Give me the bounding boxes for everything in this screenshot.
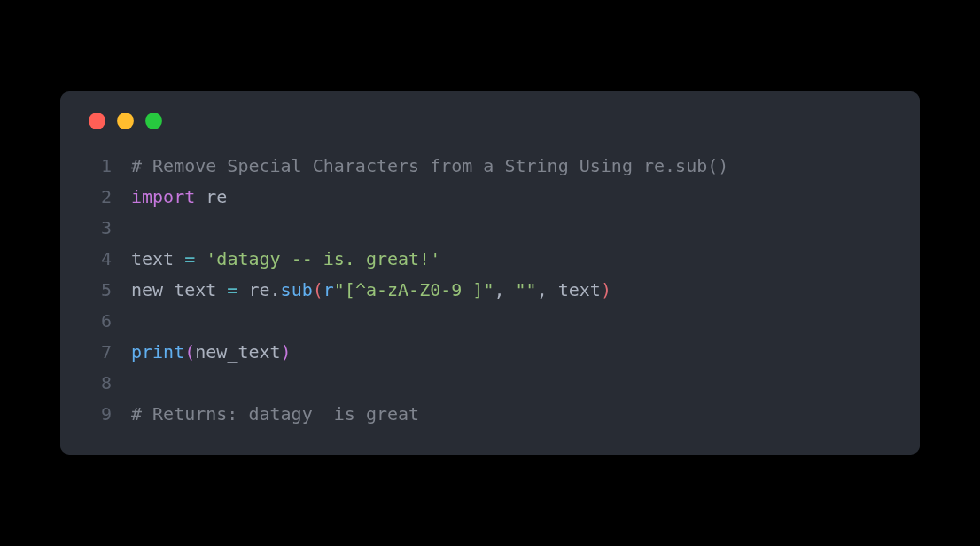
line-number: 5 bbox=[85, 275, 112, 306]
operator-token: = bbox=[216, 279, 248, 300]
line-number: 1 bbox=[85, 151, 112, 182]
raw-prefix-token: r bbox=[323, 279, 334, 300]
line-number: 8 bbox=[85, 368, 112, 399]
line-number: 7 bbox=[85, 337, 112, 368]
code-line: 1 # Remove Special Characters from a Str… bbox=[85, 151, 895, 182]
code-window: 1 # Remove Special Characters from a Str… bbox=[60, 91, 920, 455]
code-line: 4 text = 'datagy -- is. great!' bbox=[85, 244, 895, 275]
line-number: 4 bbox=[85, 244, 112, 275]
line-number: 9 bbox=[85, 399, 112, 430]
comment-token: # Returns: datagy is great bbox=[131, 403, 419, 425]
punct-token: , bbox=[494, 279, 515, 300]
function-token: sub bbox=[281, 279, 313, 300]
code-line: 5 new_text = re.sub(r"[^a-zA-Z0-9 ]", ""… bbox=[85, 275, 895, 306]
variable-token: text bbox=[131, 248, 174, 269]
punct-token: ) bbox=[281, 341, 292, 363]
module-token: re bbox=[195, 186, 227, 207]
code-line: 2 import re bbox=[85, 182, 895, 213]
code-line: 3 bbox=[85, 213, 895, 244]
punct-token: , bbox=[537, 279, 558, 300]
line-number: 6 bbox=[85, 306, 112, 337]
punct-token: ( bbox=[184, 341, 195, 363]
string-token: 'datagy -- is. great!' bbox=[206, 248, 440, 269]
module-token: re bbox=[248, 279, 269, 300]
minimize-icon[interactable] bbox=[117, 113, 134, 129]
punct-token: . bbox=[270, 279, 281, 300]
variable-token: new_text bbox=[131, 279, 216, 300]
line-number: 3 bbox=[85, 213, 112, 244]
variable-token: new_text bbox=[195, 341, 280, 363]
maximize-icon[interactable] bbox=[145, 113, 162, 129]
variable-token: text bbox=[558, 279, 601, 300]
string-token: "" bbox=[516, 279, 537, 300]
line-content: import re bbox=[131, 182, 227, 213]
code-line: 8 bbox=[85, 368, 895, 399]
function-token: print bbox=[131, 341, 184, 363]
punct-token: ( bbox=[313, 279, 323, 300]
close-icon[interactable] bbox=[89, 113, 105, 129]
line-content: new_text = re.sub(r"[^a-zA-Z0-9 ]", "", … bbox=[131, 275, 611, 306]
line-content: print(new_text) bbox=[131, 337, 292, 368]
operator-token: = bbox=[174, 248, 206, 269]
comment-token: # Remove Special Characters from a Strin… bbox=[131, 155, 728, 176]
line-content: # Returns: datagy is great bbox=[131, 399, 419, 430]
code-editor[interactable]: 1 # Remove Special Characters from a Str… bbox=[85, 151, 895, 430]
line-number: 2 bbox=[85, 182, 112, 213]
line-content: text = 'datagy -- is. great!' bbox=[131, 244, 440, 275]
code-line: 6 bbox=[85, 306, 895, 337]
keyword-token: import bbox=[131, 186, 195, 207]
string-token: "[^a-zA-Z0-9 ]" bbox=[334, 279, 494, 300]
punct-token: ) bbox=[601, 279, 611, 300]
code-line: 9 # Returns: datagy is great bbox=[85, 399, 895, 430]
line-content: # Remove Special Characters from a Strin… bbox=[131, 151, 728, 182]
window-controls bbox=[89, 113, 895, 129]
code-line: 7 print(new_text) bbox=[85, 337, 895, 368]
